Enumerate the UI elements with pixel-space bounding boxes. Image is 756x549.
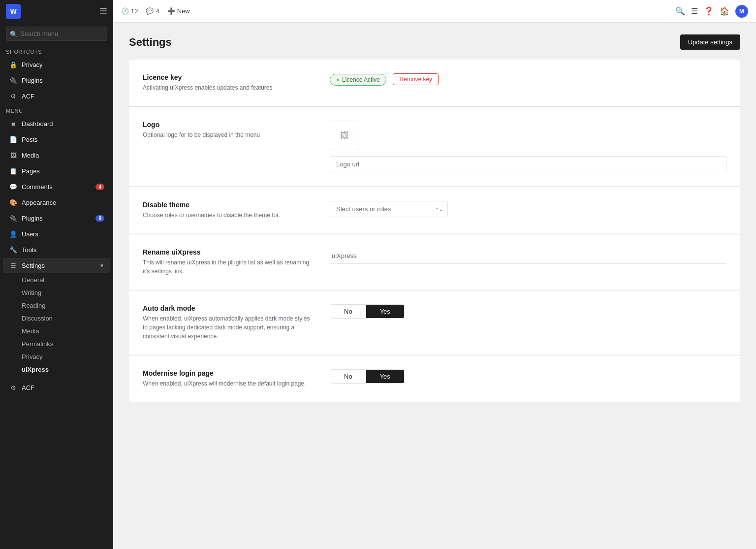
help-icon[interactable]: ❓ (704, 6, 714, 16)
settings-row-logo: Logo Optional logo for to be displayed i… (129, 107, 740, 187)
drafts-item[interactable]: 🕐 12 (121, 7, 138, 15)
settings-control-disable-theme: Slect users or roles (330, 201, 726, 217)
sidebar-item-settings[interactable]: ☰ Settings ▼ (3, 258, 110, 273)
settings-sub-discussion[interactable]: Discussion (16, 312, 110, 324)
sidebar-item-label: ACF (22, 384, 104, 391)
sidebar-item-appearance[interactable]: 🎨 Appearance (3, 195, 110, 210)
settings-label-logo: Logo Optional logo for to be displayed i… (143, 121, 310, 139)
settings-row-licence: Licence key Activating uiXpress enables … (129, 60, 740, 106)
sidebar-item-acf-shortcut[interactable]: ⚙ ACF (3, 89, 110, 103)
topbar-left: 🕐 12 💬 4 ➕ New (121, 7, 667, 15)
settings-label-dark-mode: Auto dark mode When enabled, uiXpress au… (143, 304, 310, 341)
dark-mode-description: When enabled, uiXpress automatically app… (143, 314, 310, 341)
sidebar-item-label: Appearance (22, 199, 104, 206)
settings-sub-media[interactable]: Media (16, 325, 110, 337)
sidebar-item-plugins-shortcut[interactable]: 🔌 Plugins (3, 73, 110, 88)
sidebar-item-users[interactable]: 👤 Users (3, 226, 110, 241)
licence-description: Activating uiXpress enables updates and … (143, 83, 310, 92)
dashboard-icon: ■ (9, 119, 18, 128)
comments-badge: 4 (95, 184, 104, 190)
sidebar-item-label: Users (22, 230, 104, 238)
comments-icon: 💬 (9, 182, 18, 191)
search-icon: 🔍 (10, 30, 18, 37)
settings-sub-reading[interactable]: Reading (16, 299, 110, 312)
sidebar-search-wrap: 🔍 (0, 23, 113, 45)
sidebar-collapse-button[interactable]: ☰ (99, 6, 107, 17)
toggle-yes-dark[interactable]: Yes (366, 305, 404, 318)
plugins-icon: 🔌 (9, 214, 18, 223)
search-topbar-icon[interactable]: 🔍 (675, 6, 685, 16)
comments-topbar-count: 4 (156, 7, 159, 15)
settings-label-modernise-login: Modernise login page When enabled, uiXpr… (143, 369, 310, 388)
toggle-no-dark[interactable]: No (330, 305, 366, 318)
settings-label-licence: Licence key Activating uiXpress enables … (143, 73, 310, 92)
remove-key-button[interactable]: Remove key (393, 73, 439, 85)
settings-label-disable-theme: Disable theme Choose roles or usernames … (143, 201, 310, 220)
settings-control-dark-mode: No Yes (330, 304, 726, 319)
chevron-down-icon: ▼ (99, 263, 104, 268)
settings-submenu: General Writing Reading Discussion Media… (13, 273, 113, 376)
settings-control-logo: 🖼 (330, 121, 726, 172)
settings-sub-general[interactable]: General (16, 274, 110, 286)
sidebar-header: W ☰ (0, 0, 113, 23)
sidebar-item-privacy-shortcut[interactable]: 🔒 Privacy (3, 57, 110, 72)
sidebar-item-plugins[interactable]: 🔌 Plugins 9 (3, 211, 110, 226)
logo-upload-box[interactable]: 🖼 (330, 121, 359, 150)
avatar[interactable]: M (735, 5, 748, 18)
sidebar-item-media[interactable]: 🖼 Media (3, 148, 110, 162)
sidebar-item-label: Settings (22, 262, 95, 269)
sidebar-item-tools[interactable]: 🔧 Tools (3, 242, 110, 257)
rename-description: This will rename uiXpress in the plugins… (143, 258, 310, 276)
sidebar: W ☰ 🔍 Shortcuts 🔒 Privacy 🔌 Plugins ⚙ AC… (0, 0, 113, 549)
logo-title: Logo (143, 121, 310, 129)
settings-sub-writing[interactable]: Writing (16, 287, 110, 299)
main-wrap: 🕐 12 💬 4 ➕ New 🔍 ☰ ❓ 🏠 M Settings Update… (113, 0, 756, 549)
new-button[interactable]: ➕ New (167, 7, 190, 15)
settings-control-rename (330, 248, 726, 264)
drafts-count: 12 (131, 7, 138, 15)
posts-icon: 📄 (9, 135, 18, 144)
sidebar-item-posts[interactable]: 📄 Posts (3, 132, 110, 147)
sidebar-item-label: Plugins (22, 215, 92, 222)
lock-icon: 🔒 (9, 60, 18, 69)
rename-input[interactable] (330, 248, 726, 264)
bars-icon[interactable]: ☰ (691, 6, 698, 16)
comments-item[interactable]: 💬 4 (146, 7, 159, 15)
sidebar-item-label: Posts (22, 136, 104, 143)
update-settings-button[interactable]: Update settings (680, 34, 740, 50)
new-label: New (177, 7, 190, 15)
search-input[interactable] (6, 27, 107, 41)
sidebar-logo[interactable]: W (6, 4, 21, 19)
menu-label: Menu (0, 104, 113, 116)
toggle-yes-login[interactable]: Yes (366, 370, 404, 383)
settings-row-rename: Rename uiXpress This will rename uiXpres… (129, 234, 740, 290)
settings-control-modernise-login: No Yes (330, 369, 726, 384)
sidebar-item-label: Privacy (22, 61, 104, 68)
sidebar-item-pages[interactable]: 📋 Pages (3, 163, 110, 178)
settings-row-disable-theme: Disable theme Choose roles or usernames … (129, 187, 740, 234)
disable-theme-description: Choose roles or usernames to disable the… (143, 211, 310, 220)
settings-sub-uixpress[interactable]: uiXpress (16, 363, 110, 376)
page-title-row: Settings Update settings (129, 34, 740, 50)
settings-label-rename: Rename uiXpress This will rename uiXpres… (143, 248, 310, 276)
disable-theme-select[interactable]: Slect users or roles (330, 201, 448, 217)
settings-card: Licence key Activating uiXpress enables … (129, 60, 740, 402)
licence-active-badge: Licence Active (330, 74, 386, 86)
topbar-right: 🔍 ☰ ❓ 🏠 M (675, 5, 748, 18)
sidebar-item-dashboard[interactable]: ■ Dashboard (3, 116, 110, 131)
plugins-badge: 9 (95, 215, 104, 222)
sidebar-item-label: Plugins (22, 77, 104, 84)
sidebar-item-acf-bottom[interactable]: ⚙ ACF (3, 380, 110, 395)
rename-title: Rename uiXpress (143, 248, 310, 256)
users-icon: 👤 (9, 229, 18, 238)
modernise-login-toggle: No Yes (330, 369, 405, 384)
home-icon[interactable]: 🏠 (720, 6, 729, 16)
settings-sub-permalinks[interactable]: Permalinks (16, 338, 110, 350)
settings-sub-privacy[interactable]: Privacy (16, 351, 110, 363)
content-area: Settings Update settings Licence key Act… (113, 23, 756, 549)
toggle-no-login[interactable]: No (330, 370, 366, 383)
appearance-icon: 🎨 (9, 198, 18, 207)
logo-description: Optional logo for to be displayed in the… (143, 130, 310, 139)
sidebar-item-comments[interactable]: 💬 Comments 4 (3, 179, 110, 194)
logo-url-input[interactable] (330, 156, 726, 172)
